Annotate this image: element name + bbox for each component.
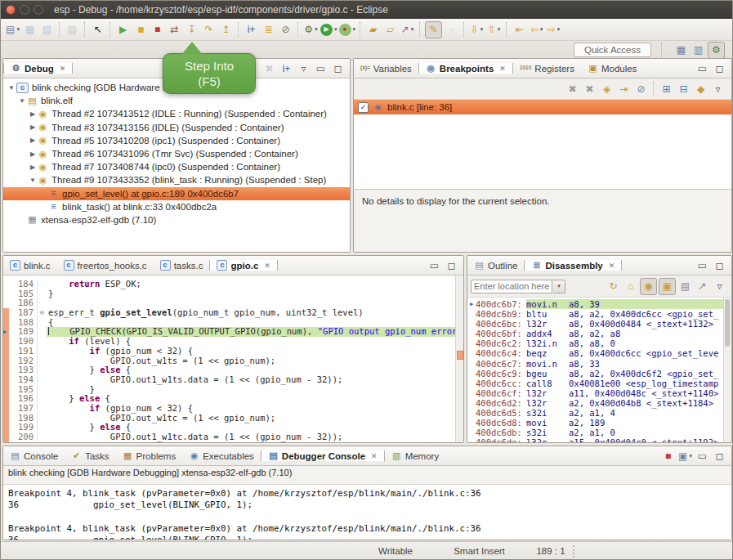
disassembly-line[interactable]: 400dc6c9:bgeua8, a2, 0x400dc6f2 <gpio_se… — [467, 369, 731, 379]
thread-row[interactable]: ▶◉Thread #2 1073413512 (IDLE : Running) … — [3, 107, 350, 120]
tab-gpio-c[interactable]: cgpio.c✕ — [209, 260, 277, 271]
window-minimize-button[interactable] — [20, 5, 29, 15]
disassembly-location-input[interactable] — [471, 280, 552, 293]
forward-history-icon[interactable]: ⇨▾ — [546, 22, 561, 38]
code-editor[interactable]: 184 return ESP_OK;185}186187⊖esp_err_t g… — [3, 276, 463, 442]
cpp-perspective-icon[interactable]: ▥ — [691, 43, 706, 58]
save-all-icon[interactable]: ▧ — [39, 22, 55, 38]
tab-variables[interactable]: (x)=Variables — [354, 63, 418, 74]
thread-row[interactable]: ▶◉Thread #7 1073408744 (ipc0) (Suspended… — [3, 160, 350, 173]
tab-close-icon[interactable]: ✕ — [264, 262, 270, 270]
disassembly-line[interactable]: 400dc6b9:bltua8, a2, 0x400dc6cc <gpio_se… — [467, 309, 731, 319]
tree-expander-icon[interactable]: ▶ — [28, 164, 38, 171]
disassembly-line[interactable]: 400dc6c4:beqza8, 0x400dc6cc <gpio_set_le… — [467, 348, 731, 358]
tab-debugger-console[interactable]: ▤Debugger Console✕ — [261, 450, 385, 461]
run-launch-icon[interactable]: ▶▾ — [320, 22, 337, 38]
open-project-icon[interactable]: ▰ — [365, 22, 381, 38]
tree-expander-icon[interactable]: ▼ — [17, 97, 27, 105]
tab-executables[interactable]: ◉Executables — [182, 450, 261, 461]
disassembly-line[interactable]: 400dc6c7:movi.na8, 33 — [467, 359, 731, 369]
tab-problems[interactable]: ▦Problems — [116, 450, 183, 461]
thread-row[interactable]: ▼◉Thread #9 1073433352 (blink_task : Run… — [3, 173, 350, 186]
step-over-icon[interactable]: ↷ — [201, 22, 217, 38]
quick-access-button[interactable]: Quick Access — [574, 43, 651, 57]
show-source-icon[interactable]: ▣ — [659, 278, 676, 295]
gdb-node[interactable]: ▦xtensa-esp32-elf-gdb (7.10) — [3, 213, 350, 226]
maximize-icon[interactable]: ◻ — [330, 60, 346, 76]
disassembly-line[interactable]: 400dc6cc:call80x40081e00 <esp_log_timest… — [467, 379, 731, 388]
goto-breakpoint-file-icon[interactable]: ⇥ — [616, 81, 632, 96]
skip-all-breakpoints-icon[interactable]: ⊘ — [278, 22, 293, 38]
tree-expander-icon[interactable]: ▶ — [28, 123, 38, 131]
show-whitespace-icon[interactable]: ◦ — [444, 22, 459, 38]
skip-all-breakpoints-icon[interactable]: ⊘ — [633, 81, 649, 96]
tree-expander-icon[interactable]: ▶ — [28, 110, 38, 118]
disassembly-line[interactable]: 400dc6bc:l32ra8, 0x400d0484 <_stext+1132… — [467, 319, 731, 329]
display-console-icon[interactable]: ▣▾ — [677, 448, 693, 464]
open-new-view-icon[interactable]: ↗ — [695, 279, 710, 294]
debug-launch-icon[interactable]: ⚙▾ — [303, 22, 319, 38]
breakpoint-row[interactable]: ✓ ◉ blink.c [line: 36] — [354, 100, 731, 114]
save-icon[interactable]: ▦ — [22, 22, 38, 38]
tab-tasks-c[interactable]: ctasks.c — [154, 260, 210, 271]
tab-modules[interactable]: ▣Modules — [581, 63, 643, 74]
back-history-icon[interactable]: ⇦▾ — [529, 22, 544, 38]
disassembly-line[interactable]: 400dc6bf:addx4a8, a2, a8 — [467, 329, 731, 338]
minimize-icon[interactable]: ▭ — [695, 60, 710, 76]
disassembly-listing[interactable]: ▶400dc6b7:movi.na8, 39400dc6b9:bltua8, a… — [467, 298, 731, 442]
elf-node[interactable]: ▼▤blink.elf — [3, 94, 350, 107]
step-into-icon[interactable]: ↧ — [184, 22, 199, 38]
disassembly-line[interactable]: 400dc6db:s32ia2, a1, 0 — [467, 428, 731, 437]
terminate-icon[interactable]: ■ — [150, 22, 165, 38]
maximize-icon[interactable]: ◻ — [444, 258, 459, 273]
tab-outline[interactable]: ▤Outline — [467, 260, 524, 271]
tab-tasks[interactable]: ✔Tasks — [65, 450, 115, 461]
import-project-icon[interactable]: ▱ — [382, 22, 398, 38]
pointer-icon[interactable]: ↖ — [90, 22, 105, 38]
minimize-icon[interactable]: ▭ — [427, 258, 442, 273]
disassembly-line[interactable]: 400dc6d5:s32ia2, a1, 4 — [467, 408, 731, 418]
tab-close-icon[interactable]: ✕ — [371, 452, 378, 460]
tree-expander-icon[interactable]: ▼ — [7, 84, 16, 92]
next-annotation-icon[interactable]: ⇩▾ — [469, 22, 485, 38]
maximize-icon[interactable]: ◻ — [712, 60, 727, 76]
tab-close-icon[interactable]: ✕ — [499, 65, 506, 73]
disassembly-line[interactable]: 400dc6cf:l32ra11, 0x400d048c <_stext+114… — [467, 388, 731, 398]
mark-occurrences-icon[interactable]: ✎ — [425, 21, 442, 38]
tab-debug[interactable]: ⚙Debug✕ — [3, 63, 73, 74]
remove-all-terminated-icon[interactable]: ✖ — [261, 60, 277, 76]
view-menu-icon[interactable]: ▿ — [712, 279, 727, 294]
last-edit-location-icon[interactable]: ⇤ — [512, 22, 527, 38]
window-close-button[interactable] — [6, 5, 16, 15]
tab-blink-c[interactable]: cblink.c — [3, 260, 57, 271]
show-full-stack-icon[interactable]: ≣ — [261, 22, 276, 38]
resume-icon[interactable]: ▶ — [115, 22, 131, 38]
stack-frame-row[interactable]: ≡gpio_set_level() at gpio.c:189 0x400dc6… — [3, 187, 350, 200]
stack-frame-row[interactable]: ≡blink_task() at blink.c:33 0x400dbc2a — [3, 200, 350, 213]
disconnect-icon[interactable]: ⇄ — [167, 22, 182, 38]
thread-row[interactable]: ▶◉Thread #5 1073410208 (ipc1) (Suspended… — [3, 134, 350, 147]
overview-ruler[interactable] — [455, 276, 463, 442]
remove-all-breakpoints-icon[interactable]: ✖ — [582, 81, 597, 96]
code-line[interactable]: 184 return ESP_OK; — [3, 280, 463, 289]
tab-close-icon[interactable]: ✕ — [60, 65, 66, 73]
instruction-stepping-icon[interactable]: i+ — [244, 22, 259, 38]
coverage-launch-icon[interactable]: ●▾ — [339, 22, 356, 38]
minimize-icon[interactable]: ▭ — [695, 258, 710, 273]
location-dropdown-icon[interactable]: ▾ — [553, 280, 565, 293]
tab-registers[interactable]: 1010Registers — [513, 63, 581, 74]
follow-pc-icon[interactable]: ◉ — [640, 278, 657, 295]
code-line[interactable]: 185} — [3, 289, 463, 299]
tree-expander-icon[interactable]: ▶ — [28, 137, 38, 144]
disassembly-line[interactable]: 400dc6d8:movia2, 189 — [467, 418, 731, 428]
tab-close-icon[interactable]: ✕ — [609, 262, 615, 270]
debug-perspective-icon[interactable]: ⚙ — [708, 42, 725, 59]
group-breakpoints-icon[interactable]: ◆ — [693, 81, 708, 96]
tab-memory[interactable]: ▥Memory — [385, 450, 446, 461]
thread-row[interactable]: ▶◉Thread #6 1073431096 (Tmr Svc) (Suspen… — [3, 147, 350, 160]
breakpoints-list[interactable]: ✓ ◉ blink.c [line: 36] — [354, 100, 731, 189]
view-menu-icon[interactable]: ▿ — [710, 81, 726, 96]
external-tools-icon[interactable]: ↗▾ — [400, 22, 415, 38]
instruction-stepping-mode-icon[interactable]: i+ — [279, 60, 294, 76]
disassembly-line[interactable]: 400dc6c2:l32i.na8, a8, 0 — [467, 338, 731, 348]
